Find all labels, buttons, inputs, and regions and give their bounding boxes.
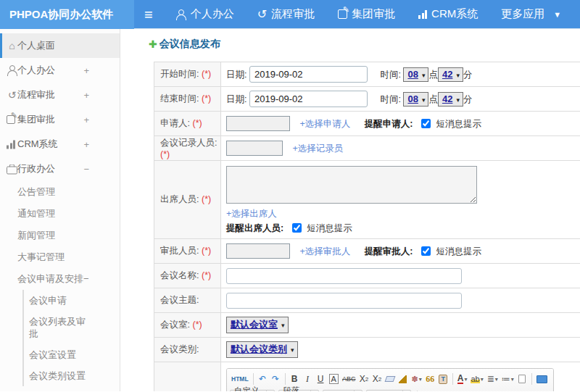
undo-icon[interactable]: ↶: [257, 372, 269, 386]
required-mark: (*): [202, 69, 211, 79]
blockquote-button[interactable]: 66: [424, 372, 436, 386]
sidebar-item-fixed-assets-mgmt[interactable]: 固定资产管理 +: [0, 386, 120, 391]
underline-button[interactable]: U: [315, 372, 327, 386]
remind-applicant-label: 提醒申请人:: [365, 119, 413, 129]
eraser-button[interactable]: [384, 372, 396, 386]
paragraph-format-select[interactable]: 段落格式▾: [278, 390, 318, 392]
sidebar-item-notice-mgmt[interactable]: 通知管理: [0, 203, 120, 225]
bullet-list-button[interactable]: ≔▾: [500, 372, 515, 386]
fullscreen-button[interactable]: [535, 372, 549, 386]
sidebar-item-memorabilia-mgmt[interactable]: 大事记管理: [0, 246, 120, 268]
custom-heading-select[interactable]: 自定义标题▾: [230, 390, 275, 392]
nav-item-crm[interactable]: CRM系统: [418, 7, 478, 21]
sms-remind-checkbox[interactable]: [292, 223, 302, 233]
meeting-topic-input[interactable]: [226, 293, 462, 309]
end-minute-select[interactable]: 42▾: [438, 92, 463, 107]
app-logo: PHPOA协同办公软件: [0, 0, 134, 29]
sidebar-item-meeting-request-group[interactable]: 会议申请及安排−: [0, 268, 120, 290]
sidebar-item-announcement-mgmt[interactable]: 公告管理: [0, 181, 120, 203]
choose-attendees-link[interactable]: +选择出席人: [226, 209, 277, 219]
nav-item-group-approval[interactable]: 集团审批: [338, 7, 395, 21]
align-justify-button[interactable]: [460, 389, 472, 391]
align-left-button[interactable]: [420, 389, 433, 391]
table-icon: ▦: [539, 391, 548, 392]
expand-plus-icon[interactable]: +: [83, 65, 89, 76]
sidebar-item-workflow-approval[interactable]: ↺ 流程审批 +: [0, 83, 120, 107]
attendees-textarea[interactable]: [226, 166, 477, 204]
date-label: 日期:: [226, 94, 246, 104]
expand-plus-icon[interactable]: +: [80, 391, 86, 391]
insert-link-button[interactable]: [473, 389, 485, 391]
expand-plus-icon[interactable]: +: [83, 114, 89, 125]
expand-plus-icon[interactable]: +: [83, 90, 89, 101]
align-center-button[interactable]: [434, 389, 446, 391]
field-label: 申请人:: [160, 118, 190, 128]
insert-image-button[interactable]: [499, 389, 511, 391]
ordered-list-icon: ≣: [487, 374, 494, 384]
remove-link-button[interactable]: [486, 389, 498, 391]
insert-flash-button[interactable]: [512, 389, 524, 391]
superscript-button[interactable]: X2: [357, 372, 370, 386]
sidebar-item-label: 个人桌面: [17, 39, 55, 52]
sidebar-item-label: 会议列表及审批: [29, 316, 86, 339]
form-row-approver: 审批人员: (*) +选择审批人 提醒审批人: 短消息提示: [154, 239, 580, 264]
sidebar-item-admin-office[interactable]: 行政办公 −: [0, 157, 120, 181]
expand-plus-icon[interactable]: +: [83, 139, 89, 150]
sidebar-item-personal-desktop[interactable]: ⌂ 个人桌面: [0, 33, 120, 58]
strikethrough-button[interactable]: ABC: [341, 372, 357, 386]
align-right-button[interactable]: [447, 389, 459, 391]
border-text-button[interactable]: A: [329, 374, 339, 384]
end-date-input[interactable]: [249, 91, 368, 107]
sidebar-item-meeting-request[interactable]: 会议申请: [24, 290, 91, 311]
sidebar-item-news-mgmt[interactable]: 新闻管理: [0, 225, 120, 246]
meeting-type-select[interactable]: 默认会议类别▾: [226, 341, 298, 358]
choose-approver-link[interactable]: +选择审批人: [299, 246, 350, 257]
nav-item-workflow-approval[interactable]: ↺ 流程审批: [257, 7, 315, 21]
font-family-select[interactable]: 字体▾: [323, 390, 362, 392]
subscript-button[interactable]: X2: [370, 372, 383, 386]
paste-icon: T: [439, 375, 447, 384]
format-painter-button[interactable]: ✽▾: [410, 372, 423, 386]
hamburger-menu-icon[interactable]: ≡: [144, 0, 153, 29]
nav-item-personal-office[interactable]: 个人办公: [176, 7, 234, 21]
sidebar-item-meeting-list-approval[interactable]: 会议列表及审批: [24, 311, 91, 344]
collapse-minus-icon[interactable]: −: [83, 273, 89, 284]
sidebar-item-meeting-room-settings[interactable]: 会议室设置: [24, 344, 91, 365]
meeting-name-input[interactable]: [226, 268, 462, 284]
applicant-input[interactable]: [226, 116, 290, 131]
sms-remind-checkbox[interactable]: [421, 246, 431, 256]
clear-format-button[interactable]: [397, 372, 409, 386]
start-hour-select[interactable]: 08▾: [403, 67, 428, 82]
italic-button[interactable]: I: [302, 372, 314, 386]
recorder-input[interactable]: [226, 141, 283, 156]
end-hour-select[interactable]: 08▾: [403, 92, 428, 107]
choose-applicant-link[interactable]: +选择申请人: [299, 119, 350, 129]
meeting-room-select[interactable]: 默认会议室▾: [226, 317, 289, 333]
sidebar-item-group-approval[interactable]: 集团审批 +: [0, 107, 120, 132]
sidebar-item-crm[interactable]: CRM系统 +: [0, 132, 120, 157]
choose-recorder-link[interactable]: +选择记录员: [292, 143, 343, 154]
sidebar-item-personal-office[interactable]: 个人办公 +: [0, 58, 120, 83]
html-source-button[interactable]: HTML: [230, 372, 250, 386]
required-mark: (*): [192, 118, 202, 128]
start-minute-select[interactable]: 42▾: [438, 67, 463, 82]
form-row-end-time: 结束时间: (*) 日期: 时间: 08▾点42▾分: [154, 87, 580, 112]
bold-button[interactable]: B: [289, 372, 301, 386]
new-page-button[interactable]: [516, 372, 529, 386]
ordered-list-button[interactable]: ≣▾: [486, 372, 500, 386]
nav-item-more-apps[interactable]: 更多应用 ▼: [501, 7, 561, 21]
font-color-button[interactable]: A▾: [456, 372, 469, 386]
insert-media-button[interactable]: [525, 389, 537, 391]
approver-input[interactable]: [226, 243, 290, 259]
page-title-text: 会议信息发布: [160, 38, 220, 51]
redo-icon[interactable]: ↷: [270, 372, 282, 386]
caret-down-icon: ▾: [456, 72, 460, 79]
start-date-input[interactable]: [249, 66, 368, 83]
sidebar-item-meeting-type-settings[interactable]: 会议类别设置: [24, 365, 91, 386]
sms-remind-checkbox[interactable]: [421, 119, 431, 128]
insert-table-button[interactable]: ▦: [538, 389, 550, 391]
paste-button[interactable]: T: [437, 372, 450, 386]
highlight-color-button[interactable]: ab▾: [469, 372, 484, 386]
collapse-minus-icon[interactable]: −: [83, 164, 89, 175]
font-size-select[interactable]: 字号▾: [366, 390, 411, 392]
